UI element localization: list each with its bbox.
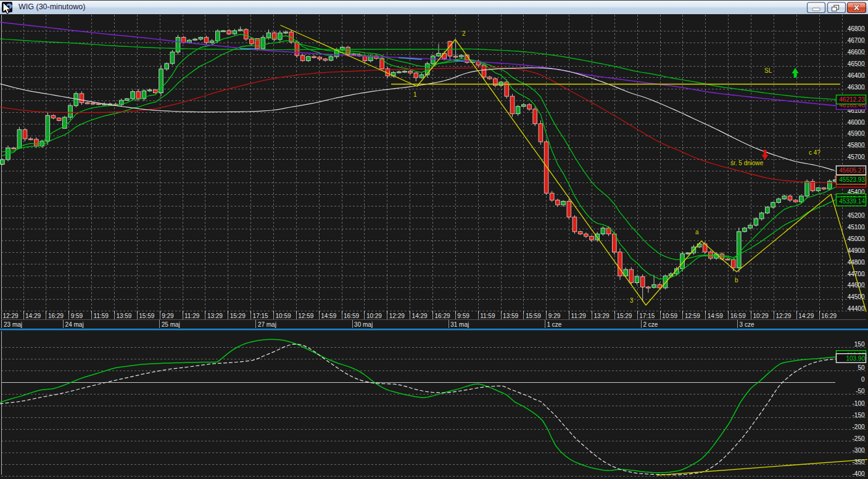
svg-text:9:29: 9:29 [548,313,561,319]
svg-text:13:59: 13:59 [503,313,518,319]
svg-text:c 4?: c 4? [809,149,820,156]
svg-text:-50: -50 [856,388,865,395]
svg-text:14:59: 14:59 [321,313,336,319]
svg-text:17:15: 17:15 [253,313,268,319]
svg-text:15:59: 15:59 [526,313,541,319]
svg-text:a: a [695,229,699,235]
svg-text:46800: 46800 [848,25,865,32]
svg-text:15:29: 15:29 [230,313,246,319]
svg-text:46400: 46400 [848,72,865,79]
svg-text:3: 3 [630,297,634,304]
svg-text:17:15: 17:15 [639,313,655,319]
svg-text:11:29: 11:29 [184,313,200,319]
svg-text:45900: 45900 [848,130,865,137]
svg-text:9:59: 9:59 [457,313,469,319]
svg-text:11:59: 11:59 [480,313,495,319]
svg-text:44900: 44900 [848,247,865,254]
svg-text:2 cze: 2 cze [643,321,658,328]
svg-text:14:29: 14:29 [25,313,41,319]
svg-text:1 cze: 1 cze [547,321,561,328]
svg-text:44600: 44600 [848,282,865,289]
svg-text:16:59: 16:59 [730,313,746,319]
svg-text:SL: SL [764,67,772,74]
svg-text:12:29: 12:29 [3,313,19,319]
svg-text:-100: -100 [852,400,864,407]
svg-text:30 maj: 30 maj [354,321,373,328]
svg-text:12:59: 12:59 [298,313,313,319]
svg-text:11:29: 11:29 [571,313,587,319]
svg-text:45700: 45700 [848,154,865,160]
svg-text:27 maj: 27 maj [258,321,276,328]
svg-text:b: b [735,277,738,284]
svg-text:16:29: 16:29 [48,313,64,319]
svg-text:45100: 45100 [848,224,865,231]
svg-text:1: 1 [413,91,417,98]
svg-text:45523.93: 45523.93 [839,176,865,183]
svg-text:10:29: 10:29 [366,313,382,319]
svg-text:44700: 44700 [848,271,865,277]
svg-text:13:29: 13:29 [207,313,223,319]
svg-text:15:29: 15:29 [616,313,632,319]
svg-text:13:59: 13:59 [116,313,131,319]
svg-text:46500: 46500 [848,60,865,67]
svg-text:45800: 45800 [848,142,865,149]
svg-text:31 maj: 31 maj [450,321,469,328]
svg-text:-400: -400 [852,470,864,477]
svg-text:24 maj: 24 maj [65,321,84,328]
svg-text:-300: -300 [852,447,864,454]
svg-text:45000: 45000 [848,235,865,242]
svg-text:45339.14: 45339.14 [839,198,865,205]
svg-text:10:59: 10:59 [662,313,677,319]
svg-text:2: 2 [462,30,466,37]
svg-text:-200: -200 [852,424,864,430]
svg-text:9:59: 9:59 [71,313,83,319]
svg-text:10:59: 10:59 [276,313,291,319]
svg-text:11:59: 11:59 [94,313,109,319]
svg-text:46600: 46600 [848,49,865,55]
svg-text:25 maj: 25 maj [162,321,180,328]
svg-text:46300: 46300 [848,84,865,91]
svg-text:16:29: 16:29 [435,313,450,319]
svg-text:14:29: 14:29 [798,313,814,319]
svg-text:śr. 5 dniowe: śr. 5 dniowe [730,160,764,166]
svg-text:45200: 45200 [848,212,865,219]
svg-text:16:29: 16:29 [821,313,837,319]
svg-text:13:29: 13:29 [594,313,610,319]
svg-text:-250: -250 [852,435,864,442]
svg-text:44800: 44800 [848,259,865,266]
svg-text:46700: 46700 [848,37,865,44]
svg-text:-150: -150 [852,412,864,419]
svg-text:12:29: 12:29 [389,313,405,319]
svg-text:44500: 44500 [848,293,865,300]
svg-text:9:29: 9:29 [162,313,174,319]
svg-text:103.90: 103.90 [846,355,865,362]
svg-text:23 maj: 23 maj [4,321,22,328]
svg-text:46212.23: 46212.23 [839,96,865,103]
svg-text:14:59: 14:59 [708,313,723,319]
svg-text:3 cze: 3 cze [740,321,754,328]
svg-text:0: 0 [861,376,865,383]
svg-text:12:59: 12:59 [685,313,700,319]
svg-text:46000: 46000 [848,119,865,126]
svg-text:16:59: 16:59 [344,313,359,319]
svg-text:45605.27: 45605.27 [839,167,865,174]
svg-text:10:29: 10:29 [753,313,769,319]
svg-text:50: 50 [858,364,865,371]
svg-text:-350: -350 [852,459,864,465]
svg-text:15:59: 15:59 [139,313,154,319]
svg-text:150: 150 [854,341,865,348]
svg-text:14:29: 14:29 [412,313,428,319]
svg-text:12:29: 12:29 [775,313,791,319]
